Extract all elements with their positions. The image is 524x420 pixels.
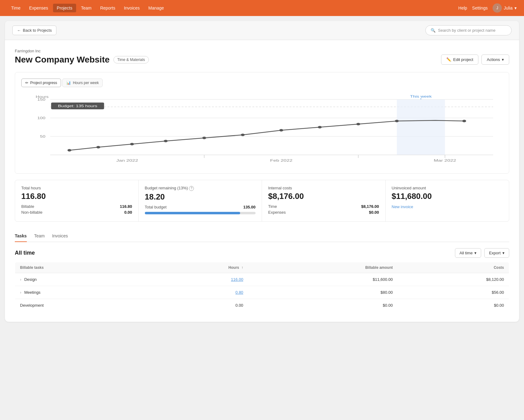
- search-placeholder: Search by client or project name: [438, 28, 495, 33]
- top-navigation: Time Expenses Projects Team Reports Invo…: [0, 0, 524, 16]
- tab-hours-per-week[interactable]: 📊 Hours per week: [62, 79, 103, 87]
- svg-point-20: [68, 149, 71, 151]
- svg-point-26: [279, 129, 283, 131]
- nav-links: Time Expenses Projects Team Reports Invo…: [7, 4, 168, 12]
- nav-time[interactable]: Time: [7, 4, 24, 12]
- project-actions: ✏️ Edit project Actions ▾: [441, 55, 509, 65]
- page-content: Farringdon Inc New Company Website Time …: [5, 40, 519, 322]
- total-budget-value: 135.00: [243, 205, 256, 209]
- stat-billable-row: Billable 116.80: [21, 204, 132, 209]
- svg-text:This week: This week: [410, 95, 432, 98]
- nav-expenses[interactable]: Expenses: [26, 4, 52, 12]
- design-billable: $11,600.00: [248, 273, 398, 286]
- nav-projects[interactable]: Projects: [53, 4, 76, 12]
- svg-point-25: [241, 134, 244, 136]
- design-hours-link[interactable]: 116.00: [231, 277, 243, 282]
- svg-point-27: [318, 126, 321, 128]
- help-link[interactable]: Help: [458, 6, 467, 10]
- expand-icon[interactable]: ›: [20, 290, 21, 295]
- col-billable-amount: Billable amount: [248, 262, 398, 273]
- section-tabs: Tasks Team Invoices: [15, 230, 509, 242]
- export-dropdown[interactable]: Export ▾: [484, 248, 509, 258]
- svg-point-21: [96, 146, 100, 148]
- chevron-down-icon: ▾: [514, 6, 517, 10]
- page-card: ← Back to Projects 🔍 Search by client or…: [5, 21, 519, 322]
- nav-reports[interactable]: Reports: [96, 4, 119, 12]
- svg-point-30: [462, 120, 466, 122]
- tab-team[interactable]: Team: [34, 230, 45, 242]
- main-wrapper: ← Back to Projects 🔍 Search by client or…: [0, 16, 524, 420]
- search-box[interactable]: 🔍 Search by client or project name: [425, 25, 512, 35]
- stat-internal-costs: Internal costs $8,176.00 Time $8,176.00 …: [262, 180, 386, 221]
- stat-budget-label: Budget remaining (13%) ?: [145, 186, 256, 191]
- search-icon: 🔍: [431, 28, 436, 33]
- total-budget-label: Total budget: [145, 205, 167, 209]
- col-billable-tasks: Billable tasks: [15, 262, 150, 273]
- all-time-dropdown[interactable]: All time ▾: [455, 248, 481, 258]
- stat-budget: Budget remaining (13%) ? 18.20 Total bud…: [139, 180, 262, 221]
- tab-hours-label: Hours per week: [73, 81, 99, 85]
- project-client: Farringdon Inc: [15, 49, 509, 53]
- svg-point-24: [202, 137, 206, 139]
- stat-total-hours: Total hours 116.80 Billable 116.80 Non-b…: [15, 180, 139, 221]
- meetings-billable: $80.00: [248, 286, 398, 299]
- stat-nonbillable-row: Non-billable 0.00: [21, 210, 132, 215]
- meetings-hours-link[interactable]: 0.80: [235, 290, 243, 295]
- svg-text:50: 50: [40, 135, 45, 138]
- tab-tasks[interactable]: Tasks: [15, 230, 27, 242]
- billable-label: Billable: [21, 204, 34, 209]
- tasks-table: Billable tasks Hours ↑ Billable amount C…: [15, 262, 509, 312]
- help-icon[interactable]: ?: [189, 186, 194, 191]
- tab-invoices[interactable]: Invoices: [52, 230, 68, 242]
- settings-link[interactable]: Settings: [472, 6, 488, 10]
- edit-project-button[interactable]: ✏️ Edit project: [441, 55, 478, 65]
- stat-budget-value: 18.20: [145, 192, 256, 202]
- development-billable: $0.00: [248, 299, 398, 312]
- nav-invoices[interactable]: Invoices: [120, 4, 143, 12]
- project-title-row: New Company Website Time & Materials ✏️ …: [15, 55, 509, 65]
- sort-icon: ↑: [241, 265, 243, 270]
- time-value: $8,176.00: [361, 204, 379, 209]
- development-costs: $0.00: [398, 299, 509, 312]
- chevron-down-icon: ▾: [474, 251, 477, 255]
- task-name-development: Development: [15, 299, 150, 312]
- table-row: › Meetings 0.80 $80.00 $56.00: [15, 286, 509, 299]
- meetings-hours: 0.80: [149, 286, 248, 299]
- project-name: New Company Website: [15, 55, 110, 65]
- stat-costs-label: Internal costs: [268, 186, 379, 190]
- actions-button[interactable]: Actions ▾: [481, 55, 509, 65]
- nonbillable-value: 0.00: [124, 210, 132, 215]
- col-hours[interactable]: Hours ↑: [149, 262, 248, 273]
- bar-chart-icon: 📊: [66, 81, 71, 85]
- pencil-icon: ✏️: [446, 57, 451, 62]
- expenses-value: $0.00: [369, 210, 379, 215]
- project-title: New Company Website Time & Materials: [15, 55, 149, 65]
- svg-text:Jan 2022: Jan 2022: [116, 159, 138, 162]
- chart-svg: 150 100 50 Hours Budget: 135 hours This …: [21, 93, 503, 167]
- expenses-label: Expenses: [268, 210, 286, 215]
- nav-team[interactable]: Team: [77, 4, 95, 12]
- nav-manage[interactable]: Manage: [145, 4, 168, 12]
- expand-icon[interactable]: ›: [20, 277, 21, 282]
- user-menu[interactable]: J Julia ▾: [493, 3, 517, 13]
- table-title: All time: [15, 250, 35, 256]
- stat-costs-value: $8,176.00: [268, 192, 379, 201]
- avatar: J: [493, 3, 502, 13]
- stats-row: Total hours 116.80 Billable 116.80 Non-b…: [15, 180, 509, 222]
- design-costs: $8,120.00: [398, 273, 509, 286]
- back-to-projects-button[interactable]: ← Back to Projects: [12, 26, 56, 35]
- edit-label: Edit project: [453, 57, 473, 62]
- billable-value: 116.80: [120, 204, 132, 209]
- progress-bar: [145, 212, 256, 214]
- actions-label: Actions: [487, 57, 500, 62]
- new-invoice-link[interactable]: New invoice: [392, 204, 413, 209]
- time-label: Time: [268, 204, 277, 209]
- stat-total-hours-value: 116.80: [21, 192, 132, 201]
- chevron-down-icon: ▾: [502, 57, 504, 62]
- svg-text:Mar 2022: Mar 2022: [434, 159, 456, 162]
- svg-text:100: 100: [37, 116, 45, 120]
- tab-project-progress[interactable]: ✏ Project progress: [21, 79, 61, 87]
- svg-text:Budget: 135 hours: Budget: 135 hours: [58, 104, 97, 108]
- svg-point-29: [395, 120, 399, 122]
- stat-time-row: Time $8,176.00: [268, 204, 379, 209]
